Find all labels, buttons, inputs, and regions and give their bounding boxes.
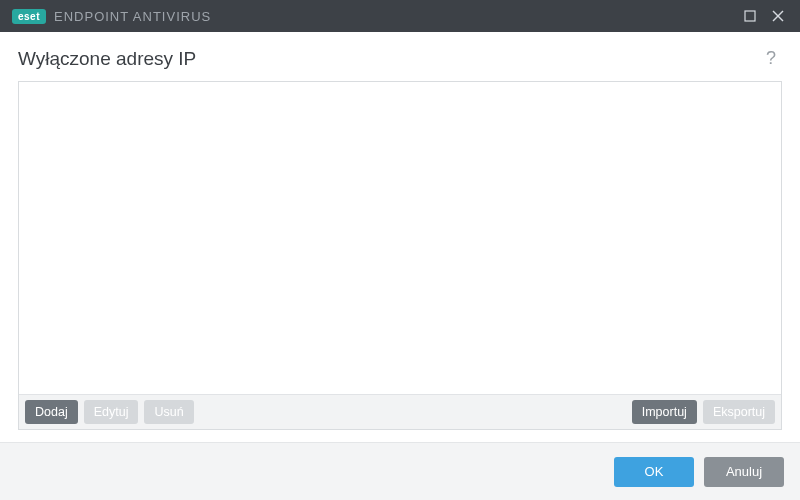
export-button[interactable]: Eksportuj (703, 400, 775, 424)
import-button[interactable]: Importuj (632, 400, 697, 424)
help-button[interactable]: ? (760, 46, 782, 71)
close-icon (772, 10, 784, 22)
ok-button[interactable]: OK (614, 457, 694, 487)
brand-badge: eset (12, 9, 46, 24)
list-toolbar: Dodaj Edytuj Usuń Importuj Eksportuj (19, 394, 781, 429)
minimize-button[interactable] (736, 2, 764, 30)
content-area: Dodaj Edytuj Usuń Importuj Eksportuj (0, 81, 800, 430)
cancel-button[interactable]: Anuluj (704, 457, 784, 487)
remove-button[interactable]: Usuń (144, 400, 193, 424)
page-title: Wyłączone adresy IP (18, 48, 196, 70)
dialog-footer: OK Anuluj (0, 442, 800, 500)
titlebar: eset ENDPOINT ANTIVIRUS (0, 0, 800, 32)
ip-list-panel: Dodaj Edytuj Usuń Importuj Eksportuj (18, 81, 782, 430)
dialog-header: Wyłączone adresy IP ? (0, 32, 800, 81)
brand-text: ENDPOINT ANTIVIRUS (54, 9, 211, 24)
close-button[interactable] (764, 2, 792, 30)
minimize-icon (744, 10, 756, 22)
edit-button[interactable]: Edytuj (84, 400, 139, 424)
add-button[interactable]: Dodaj (25, 400, 78, 424)
svg-rect-0 (745, 11, 755, 21)
ip-listbox[interactable] (19, 82, 781, 394)
